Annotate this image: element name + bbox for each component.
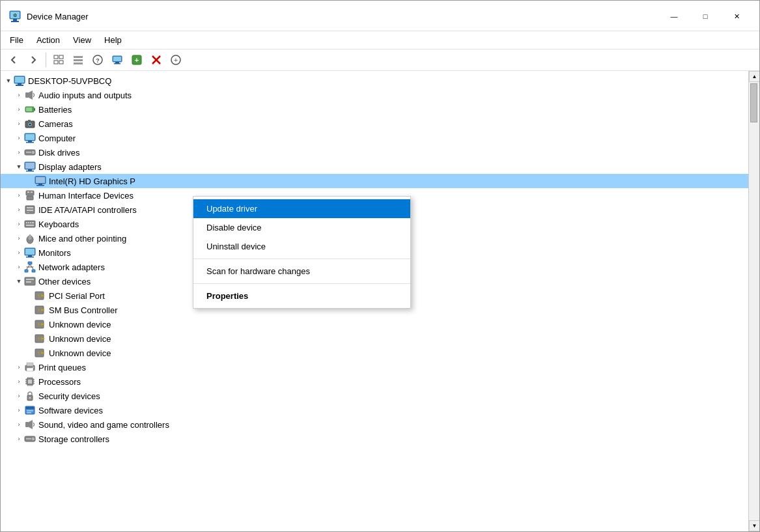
svg-text:?: ? [96, 57, 100, 64]
unknown1-label: Unknown device [49, 320, 111, 329]
keyboards-icon [24, 218, 36, 230]
svg-rect-74 [28, 262, 32, 264]
ctx-sep-1 [193, 259, 410, 259]
menu-action[interactable]: Action [30, 33, 66, 48]
tree-display[interactable]: ▼ Display adapters [1, 160, 748, 174]
svg-rect-65 [26, 225, 34, 226]
batteries-icon [24, 104, 36, 115]
tree-unknown-2[interactable]: ! Unknown device [1, 331, 748, 346]
svg-rect-28 [25, 92, 29, 98]
svg-rect-81 [26, 279, 34, 280]
intel-label: Intel(R) HD Graphics P [49, 176, 135, 186]
print-label: Print queues [38, 363, 86, 372]
keyboards-arrow: › [14, 219, 24, 229]
sound-arrow: › [14, 419, 24, 430]
uninstall-button[interactable] [147, 51, 165, 68]
title-bar: ⚙ Device Manager — □ ✕ [1, 1, 759, 31]
tree-security[interactable]: › Security devices [1, 389, 748, 403]
scroll-down-button[interactable]: ▼ [749, 520, 759, 531]
scroll-up-button[interactable]: ▲ [749, 71, 759, 82]
tree-sound[interactable]: › Sound, video and game controllers [1, 417, 748, 432]
context-menu: Update driver Disable device Uninstall d… [193, 196, 411, 309]
other-icon [24, 275, 36, 287]
tree-unknown-1[interactable]: ! Unknown device [1, 317, 748, 331]
unknown1-arrow [24, 319, 35, 329]
svg-point-125 [33, 438, 34, 440]
processors-label: Processors [38, 377, 81, 387]
svg-rect-122 [25, 422, 29, 427]
root-label: DESKTOP-5UVPBCQ [28, 76, 111, 86]
monitors-label: Monitors [38, 248, 71, 258]
ctx-update-driver[interactable]: Update driver [193, 199, 410, 218]
svg-rect-25 [18, 83, 21, 85]
svg-text:!: ! [38, 308, 39, 313]
svg-rect-43 [26, 152, 31, 153]
back-button[interactable] [5, 51, 23, 68]
tree-audio[interactable]: › Audio inputs and outputs [1, 88, 748, 102]
tree-storage[interactable]: › Storage controllers [1, 432, 748, 446]
unknown3-arrow [24, 348, 35, 358]
menu-file[interactable]: File [3, 33, 30, 48]
network-icon [24, 261, 36, 273]
tree-print[interactable]: › Print queues [1, 360, 748, 374]
svg-rect-51 [36, 177, 45, 183]
scroll-thumb[interactable] [750, 83, 757, 122]
tree-batteries[interactable]: › Batteries [1, 102, 748, 117]
maximize-button[interactable]: □ [690, 6, 720, 27]
svg-rect-63 [30, 222, 31, 223]
tree-disk[interactable]: › Disk drives [1, 145, 748, 160]
svg-rect-82 [26, 281, 31, 283]
svg-rect-54 [27, 191, 29, 193]
window-title: Device Manager [27, 12, 89, 21]
computer-properties-button[interactable] [108, 51, 126, 68]
svg-rect-16 [114, 63, 120, 64]
update-driver-button[interactable]: + [167, 51, 185, 68]
svg-rect-75 [25, 270, 28, 272]
tree-intel-graphics[interactable]: Intel(R) HD Graphics P [1, 174, 748, 188]
svg-rect-103 [28, 380, 32, 384]
software-icon [24, 404, 36, 416]
tree-processors[interactable]: › [1, 374, 748, 389]
help-button[interactable]: ? [89, 51, 107, 68]
mice-arrow: › [14, 233, 24, 244]
scrollbar[interactable]: ▲ ▼ [748, 71, 759, 531]
tree-view-button[interactable] [49, 51, 68, 68]
ide-icon [24, 204, 36, 216]
ctx-scan-hardware[interactable]: Scan for hardware changes [193, 262, 410, 281]
scroll-track[interactable] [749, 82, 759, 520]
computer-label: Computer [38, 133, 76, 143]
main-content: ▼ DESKTOP-5UVPBCQ › [1, 71, 759, 531]
tree-root[interactable]: ▼ DESKTOP-5UVPBCQ [1, 74, 748, 88]
ctx-disable-device[interactable]: Disable device [193, 218, 410, 237]
menu-bar: File Action View Help [1, 31, 759, 49]
menu-view[interactable]: View [66, 33, 98, 48]
unknown3-icon: ! [35, 347, 46, 359]
svg-rect-53 [27, 196, 33, 200]
devices-by-type-button[interactable] [69, 51, 87, 68]
minimize-button[interactable]: — [659, 6, 689, 27]
forward-button[interactable] [24, 51, 42, 68]
svg-rect-59 [27, 212, 29, 213]
ide-arrow: › [14, 204, 24, 215]
tree-software[interactable]: › Software devices [1, 403, 748, 417]
audio-arrow: › [14, 90, 24, 100]
tree-computer[interactable]: › Computer [1, 131, 748, 145]
ctx-uninstall-device[interactable]: Uninstall device [193, 237, 410, 256]
menu-help[interactable]: Help [98, 33, 128, 48]
tree-unknown-3[interactable]: ! Unknown device [1, 346, 748, 360]
storage-icon [24, 433, 36, 445]
close-button[interactable]: ✕ [722, 6, 752, 27]
mice-label: Mice and other pointing [38, 234, 126, 244]
processors-icon [24, 376, 36, 387]
svg-rect-15 [115, 62, 119, 63]
svg-text:!: ! [38, 337, 39, 341]
audio-icon [24, 89, 36, 101]
svg-rect-11 [74, 63, 83, 64]
pci-serial-label: PCI Serial Port [49, 291, 105, 301]
tree-cameras[interactable]: › Cameras [1, 117, 748, 131]
add-hardware-button[interactable]: + [128, 51, 146, 68]
ctx-properties[interactable]: Properties [193, 287, 410, 305]
svg-rect-47 [25, 163, 35, 169]
display-arrow: ▼ [14, 161, 24, 172]
svg-rect-7 [54, 61, 58, 64]
